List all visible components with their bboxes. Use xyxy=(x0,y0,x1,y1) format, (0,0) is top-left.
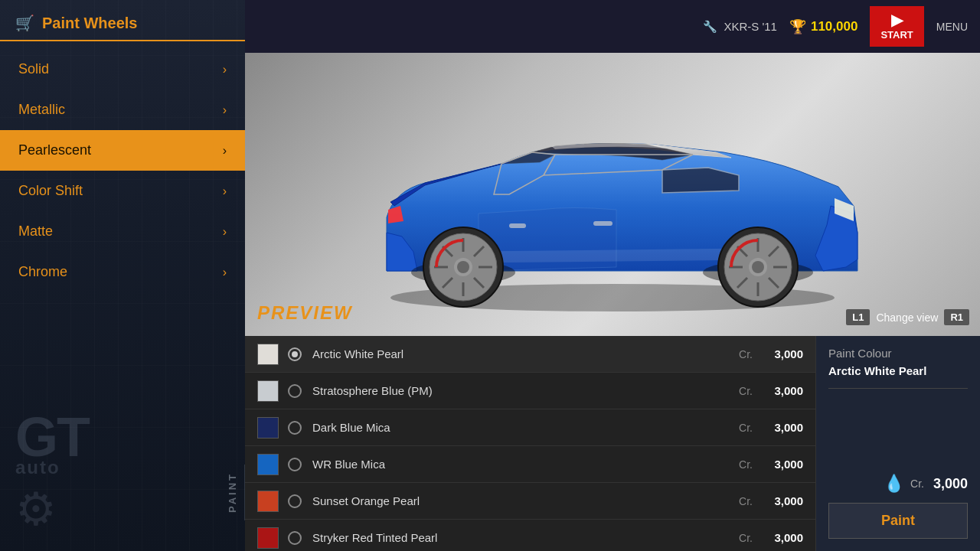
nav-label-matte: Matte xyxy=(18,223,53,240)
chevron-icon-solid: › xyxy=(223,63,227,77)
sidebar-item-solid[interactable]: Solid › xyxy=(0,49,245,90)
cr-amount-1: 3,000 xyxy=(757,347,803,360)
color-row-6[interactable]: Stryker Red Tinted Pearl Cr. 3,000 xyxy=(245,520,815,551)
cost-label: Cr. xyxy=(910,478,924,490)
color-row-4[interactable]: WR Blue Mica Cr. 3,000 xyxy=(245,446,815,483)
cr-amount-2: 3,000 xyxy=(757,384,803,397)
sidebar-item-color-shift[interactable]: Color Shift › xyxy=(0,171,245,211)
start-button[interactable]: ▶ START xyxy=(870,6,923,47)
color-row-2[interactable]: Stratosphere Blue (PM) Cr. 3,000 xyxy=(245,373,815,409)
wrench-icon: 🔧 xyxy=(703,20,717,34)
swatch-4 xyxy=(257,454,279,475)
nav-label-pearlescent: Pearlescent xyxy=(18,142,91,158)
cr-amount-6: 3,000 xyxy=(757,531,803,544)
svg-point-13 xyxy=(752,261,764,273)
cost-amount: 3,000 xyxy=(933,476,968,492)
sidebar-title: Paint Wheels xyxy=(42,15,137,32)
cart-icon: 🛒 xyxy=(15,14,34,32)
sidebar-header: 🛒 Paint Wheels xyxy=(0,0,245,41)
nav-label-solid: Solid xyxy=(18,61,49,77)
drop-icon: 💧 xyxy=(884,474,904,494)
svg-rect-28 xyxy=(509,223,526,228)
cr-label-4: Cr. xyxy=(739,458,753,471)
color-name-5: Sunset Orange Pearl xyxy=(312,494,739,507)
paint-button[interactable]: Paint xyxy=(828,503,968,539)
main-area: 🔧 XKR-S '11 🏆 110,000 ▶ START MENU xyxy=(245,0,980,551)
chevron-icon-matte: › xyxy=(223,225,227,239)
paint-vertical-label: PAINT xyxy=(220,465,245,520)
sidebar-navigation: Solid › Metallic › Pearlescent › Color S… xyxy=(0,49,245,292)
swatch-1 xyxy=(257,344,279,365)
radio-3 xyxy=(288,421,302,435)
menu-button[interactable]: MENU xyxy=(936,21,968,33)
cr-label-5: Cr. xyxy=(739,495,753,507)
chevron-icon-pearlescent: › xyxy=(223,144,227,158)
color-name-4: WR Blue Mica xyxy=(312,458,739,471)
swatch-5 xyxy=(257,491,279,512)
cr-label-1: Cr. xyxy=(739,348,753,360)
cr-amount-3: 3,000 xyxy=(757,421,803,434)
car-preview-area: PREVIEW L1 Change view R1 xyxy=(245,53,980,336)
color-row-3[interactable]: Dark Blue Mica Cr. 3,000 xyxy=(245,409,815,446)
topbar: 🔧 XKR-S '11 🏆 110,000 ▶ START MENU xyxy=(245,0,980,53)
credits-icon: 🏆 xyxy=(789,18,806,35)
color-name-2: Stratosphere Blue (PM) xyxy=(312,384,739,397)
swatch-2 xyxy=(257,380,279,402)
car-name: XKR-S '11 xyxy=(724,20,777,33)
radio-1 xyxy=(288,347,302,361)
chevron-icon-color-shift: › xyxy=(223,184,227,198)
cr-label-6: Cr. xyxy=(739,532,753,544)
cr-label-2: Cr. xyxy=(739,385,753,397)
credits-display: 🏆 110,000 xyxy=(789,18,858,35)
wheel-icon: ⚙ xyxy=(15,482,89,536)
radio-2 xyxy=(288,384,302,398)
paint-colour-value: Arctic White Pearl xyxy=(816,364,980,388)
radio-5 xyxy=(288,494,302,508)
color-name-6: Stryker Red Tinted Pearl xyxy=(312,531,739,544)
color-name-1: Arctic White Pearl xyxy=(312,347,739,360)
nav-label-metallic: Metallic xyxy=(18,102,65,118)
cr-amount-5: 3,000 xyxy=(757,494,803,507)
chevron-icon-chrome: › xyxy=(223,266,227,279)
nav-label-color-shift: Color Shift xyxy=(18,183,83,199)
color-row-5[interactable]: Sunset Orange Pearl Cr. 3,000 xyxy=(245,483,815,520)
color-items-list: Arctic White Pearl Cr. 3,000 Stratospher… xyxy=(245,336,815,551)
svg-point-26 xyxy=(457,261,469,273)
view-controls: L1 Change view R1 xyxy=(846,309,969,325)
chevron-icon-metallic: › xyxy=(223,103,227,117)
credits-amount: 110,000 xyxy=(811,19,858,34)
color-name-3: Dark Blue Mica xyxy=(312,421,739,434)
sidebar-item-metallic[interactable]: Metallic › xyxy=(0,90,245,130)
sidebar: 🛒 Paint Wheels Solid › Metallic › Pearle… xyxy=(0,0,245,551)
sidebar-item-pearlescent[interactable]: Pearlescent › xyxy=(0,130,245,171)
swatch-6 xyxy=(257,527,279,549)
change-view-text: Change view xyxy=(876,311,938,324)
gt-auto-logo: GT auto ⚙ xyxy=(15,414,89,536)
color-list-section: Arctic White Pearl Cr. 3,000 Stratospher… xyxy=(245,336,980,551)
nav-label-chrome: Chrome xyxy=(18,264,67,280)
r1-badge: R1 xyxy=(944,309,969,325)
car-info: 🔧 XKR-S '11 xyxy=(703,20,777,34)
cost-row: 💧 Cr. 3,000 xyxy=(828,474,968,494)
radio-6 xyxy=(288,531,302,545)
l1-badge: L1 xyxy=(846,309,870,325)
right-panel-bottom: 💧 Cr. 3,000 Paint xyxy=(816,389,980,551)
cr-amount-4: 3,000 xyxy=(757,458,803,471)
car-image xyxy=(325,72,900,317)
radio-4 xyxy=(288,458,302,471)
sidebar-item-matte[interactable]: Matte › xyxy=(0,211,245,252)
swatch-3 xyxy=(257,417,279,439)
play-icon: ▶ xyxy=(891,12,903,28)
svg-rect-27 xyxy=(593,221,612,226)
start-label: START xyxy=(880,29,913,41)
cr-label-3: Cr. xyxy=(739,422,753,434)
color-row-1[interactable]: Arctic White Pearl Cr. 3,000 xyxy=(245,336,815,373)
preview-label: PREVIEW xyxy=(257,302,353,324)
sidebar-item-chrome[interactable]: Chrome › xyxy=(0,252,245,292)
paint-colour-label: Paint Colour xyxy=(816,336,980,364)
right-panel: Paint Colour Arctic White Pearl 💧 Cr. 3,… xyxy=(815,336,980,551)
